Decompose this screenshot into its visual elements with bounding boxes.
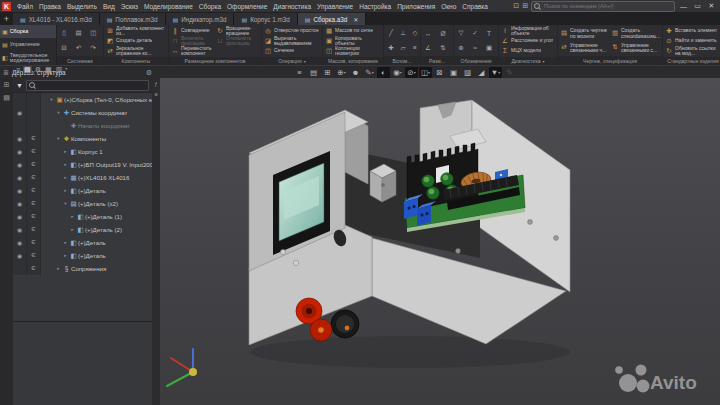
refresh-links-button[interactable]: ↻Обновить ссылки на мод...: [665, 46, 720, 56]
menu-item-7[interactable]: Оформление: [224, 3, 270, 10]
tree-grid-icon[interactable]: ▦: [44, 66, 53, 74]
insert-element-button[interactable]: ✚Вставить элемент: [665, 26, 720, 36]
operator-icon[interactable]: ☻: [349, 67, 362, 78]
new-document-icon[interactable]: ▯: [59, 29, 69, 38]
expand-arrow-icon[interactable]: ▸: [62, 240, 69, 245]
section-view-icon[interactable]: ◫▾: [419, 67, 432, 78]
section-clip-icon[interactable]: Є: [27, 171, 41, 185]
vertical-dimension-icon[interactable]: ⇅: [438, 43, 448, 52]
tree-row-5[interactable]: ◉Є▸◧(+)БП Output19 V. Input200 V.: [13, 158, 152, 171]
display-sphere-icon[interactable]: ◐: [377, 67, 390, 78]
expand-arrow-icon[interactable]: ▾: [55, 136, 62, 141]
check-icon[interactable]: ✓: [470, 29, 480, 38]
distance-angle-button[interactable]: ∠Расстояние и угол: [501, 36, 555, 46]
menu-item-11[interactable]: Приложения: [394, 3, 438, 10]
layout-windows-icon[interactable]: ⊡: [513, 2, 519, 10]
tree-row-2[interactable]: ✚Начало координат: [13, 119, 152, 132]
section-clip-icon[interactable]: Є: [27, 249, 41, 263]
construction-plane-icon[interactable]: ⊥: [398, 29, 408, 38]
render-quality-icon[interactable]: ▨: [461, 67, 474, 78]
menu-item-4[interactable]: Эскиз: [118, 3, 141, 10]
expand-arrow-icon[interactable]: ▾: [48, 97, 55, 102]
tree-list-icon[interactable]: ▥: [55, 66, 64, 74]
mirror-components-button[interactable]: ⇄Зеркальное отражение ко...: [106, 46, 166, 56]
tree-settings-icon[interactable]: ⚙: [34, 66, 42, 74]
local-csys-icon[interactable]: ≡: [410, 43, 420, 52]
plane-icon[interactable]: ▱: [398, 43, 408, 52]
document-tab-3[interactable]: ▤Корпус 1.m3d: [234, 13, 297, 25]
section-clip-icon[interactable]: Є: [27, 197, 41, 211]
save-icon[interactable]: ◫: [88, 29, 98, 38]
section-clip-icon[interactable]: Є: [27, 145, 41, 159]
construction-line-icon[interactable]: ╱: [386, 29, 396, 38]
menu-item-13[interactable]: Справка: [459, 3, 491, 10]
weld-icon[interactable]: ⊕: [456, 43, 466, 52]
tree-panel-icon[interactable]: ⊞: [4, 81, 10, 89]
chevron-down-icon[interactable]: ▾: [304, 59, 306, 64]
menu-item-9[interactable]: Управление: [314, 3, 356, 10]
close-button[interactable]: ✕: [706, 2, 717, 10]
chevron-down-icon[interactable]: ▾: [344, 70, 346, 75]
point-icon[interactable]: ◇: [410, 29, 420, 38]
menu-item-1[interactable]: Правка: [36, 3, 64, 10]
command-search[interactable]: [531, 1, 675, 12]
expand-arrow-icon[interactable]: ▾: [62, 201, 69, 206]
expand-arrow-icon[interactable]: ▸: [62, 175, 69, 180]
datum-icon[interactable]: ▽: [456, 29, 466, 38]
section-clip-icon[interactable]: Є: [27, 210, 41, 224]
manage-linked-drawings-button[interactable]: ⇄Управление связанными ч...: [560, 43, 609, 53]
move-component-button[interactable]: ↔Переместить компонент: [171, 46, 214, 56]
tab-close-button[interactable]: ✕: [353, 16, 358, 23]
visibility-eye-icon[interactable]: ◉: [13, 171, 27, 185]
tree-search-input[interactable]: [37, 81, 146, 89]
tree-search[interactable]: [26, 80, 149, 91]
create-drawing-button[interactable]: ▤Создать чертеж по модели: [560, 28, 609, 38]
angle-dimension-icon[interactable]: ∠: [423, 43, 433, 52]
section-button[interactable]: ◫Сечение: [264, 46, 320, 56]
quick-bar-handle[interactable]: ≡: [293, 67, 306, 78]
section-clip-icon[interactable]: Є: [27, 262, 41, 276]
visibility-eye-icon[interactable]: ◉: [13, 197, 27, 211]
layers-icon[interactable]: ▤: [307, 67, 320, 78]
open-document-icon[interactable]: ▤: [74, 29, 84, 38]
simple-hole-button[interactable]: ◎Отверстие простое: [264, 26, 320, 36]
object-info-button[interactable]: iИнформация об объекте: [501, 26, 555, 36]
command-search-input[interactable]: [542, 2, 672, 10]
section-clip-icon[interactable]: Є: [27, 132, 41, 146]
tree-folders-icon[interactable]: ▤: [23, 66, 32, 74]
chevron-down-icon[interactable]: ▾: [65, 66, 67, 74]
menu-item-12[interactable]: Окно: [438, 3, 459, 10]
tree-row-4[interactable]: ◉Є▸◧Корпус 1: [13, 145, 152, 158]
axis-icon[interactable]: ✚: [386, 43, 396, 52]
model-terminal-black[interactable]: [331, 310, 359, 338]
new-tab-button[interactable]: +: [0, 13, 13, 25]
chevron-down-icon[interactable]: ▾: [428, 70, 430, 75]
panel-handle-icon[interactable]: ≡: [154, 91, 157, 97]
menu-item-10[interactable]: Настройка: [356, 3, 394, 10]
perspective-icon[interactable]: ⊠: [433, 67, 446, 78]
expand-arrow-icon[interactable]: ▾: [55, 110, 62, 115]
section-clip-icon[interactable]: Є: [27, 236, 41, 250]
expand-arrow-icon[interactable]: ▸: [62, 162, 69, 167]
shaded-mode-icon[interactable]: ◉▾: [391, 67, 404, 78]
menu-item-5[interactable]: Моделирование: [141, 3, 196, 10]
document-tab-1[interactable]: ▤Поплавок.m3d: [100, 13, 166, 25]
cut-extrude-button[interactable]: ◪Вырезать выдавливанием: [264, 36, 320, 46]
document-tab-2[interactable]: ▤Индикатор.m3d: [166, 13, 235, 25]
document-tab-4[interactable]: ▤Сборка.a3d✕: [298, 13, 367, 25]
tree-row-10[interactable]: ◉Є▸◧(+)Деталь (2): [13, 223, 152, 236]
leader-icon[interactable]: T: [484, 29, 494, 38]
hidden-lines-icon[interactable]: ⊘▾: [405, 67, 418, 78]
tree-gear-icon[interactable]: ⚙: [146, 69, 155, 77]
chevron-down-icon[interactable]: ▾: [414, 70, 416, 75]
chevron-down-icon[interactable]: ▾: [400, 70, 402, 75]
tree-row-0[interactable]: ▾▣(+)Сборка (Тел-0, Сборочных единиц: [13, 93, 152, 106]
expand-arrow-icon[interactable]: ▸: [62, 188, 69, 193]
menu-item-2[interactable]: Выделить: [64, 3, 100, 10]
panel-tab-1[interactable]: ▤Управление: [0, 38, 56, 51]
section-clip-icon[interactable]: Є: [27, 158, 41, 172]
mate-coincident-button[interactable]: ∥Совпадение: [171, 26, 214, 36]
model-standoff[interactable]: [370, 164, 396, 202]
visibility-eye-icon[interactable]: ◉: [13, 158, 27, 172]
bookmarks-panel-icon[interactable]: ▤: [3, 94, 10, 102]
